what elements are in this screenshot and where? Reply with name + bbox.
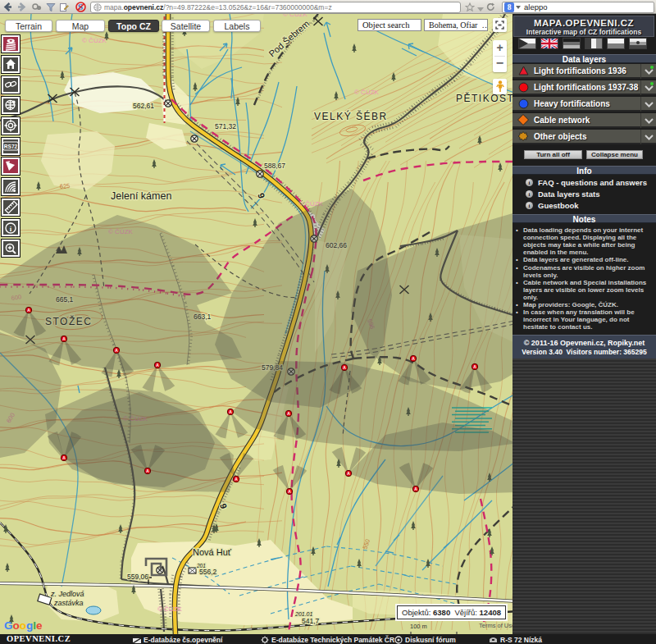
svg-text:559,06: 559,06 — [127, 573, 148, 581]
svg-text:571,32: 571,32 — [215, 122, 236, 130]
svg-text:© ČÚZK: © ČÚZK — [283, 14, 308, 18]
svg-text:A: A — [288, 489, 291, 494]
svg-text:© ČÚZK: © ČÚZK — [157, 605, 183, 613]
svg-text:A: A — [62, 455, 66, 460]
svg-text:A: A — [473, 364, 476, 369]
svg-text:A: A — [414, 486, 417, 491]
svg-text:A: A — [229, 409, 232, 414]
svg-text:588,67: 588,67 — [264, 162, 285, 170]
svg-text:VELKÝ ŠÉBR: VELKÝ ŠÉBR — [314, 110, 388, 122]
svg-text:zastávka: zastávka — [53, 599, 84, 607]
svg-text:© ČÚZK: © ČÚZK — [82, 37, 107, 44]
svg-text:z. Jedlová: z. Jedlová — [50, 590, 84, 598]
svg-text:A: A — [27, 308, 30, 313]
svg-text:A: A — [156, 363, 159, 368]
svg-text:201.01: 201.01 — [294, 611, 313, 617]
svg-text:625: 625 — [59, 182, 70, 190]
svg-text:© ČÚZK: © ČÚZK — [354, 89, 380, 96]
svg-text:RS72: RS72 — [4, 144, 18, 149]
svg-text:A: A — [347, 471, 350, 476]
svg-text:556,2: 556,2 — [199, 568, 217, 576]
svg-text:A: A — [62, 336, 66, 341]
svg-text:i: i — [10, 224, 12, 232]
svg-text:Jelení kámen: Jelení kámen — [111, 190, 171, 202]
svg-text:562,61: 562,61 — [133, 102, 154, 110]
svg-text:541,7: 541,7 — [302, 617, 320, 625]
svg-text:A: A — [146, 468, 149, 473]
svg-text:A: A — [287, 411, 290, 416]
svg-text:A: A — [412, 356, 415, 361]
svg-text:A: A — [235, 477, 238, 482]
svg-text:A: A — [343, 365, 346, 370]
svg-text:201: 201 — [196, 563, 206, 569]
svg-text:A: A — [115, 348, 118, 353]
svg-text:Nová Huť: Nová Huť — [193, 547, 232, 557]
